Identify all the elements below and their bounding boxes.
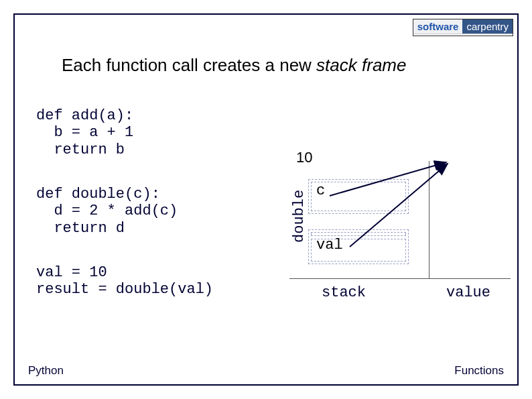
slide-title: Each function call creates a new stack f… <box>62 55 406 76</box>
code-block-main: val = 10 result = double(val) <box>36 264 213 298</box>
logo-left: software <box>413 19 463 34</box>
title-text: Each function call creates a new <box>62 55 316 75</box>
logo-right: carpentry <box>462 19 513 34</box>
title-emph: stack frame <box>316 55 406 75</box>
logo-top: software carpentry <box>413 19 513 34</box>
stack-diagram: c val 10 stack value <box>296 149 517 317</box>
logo-sub <box>413 34 513 36</box>
code-block-double: def double(c): d = 2 * add(c) return d <box>36 186 178 237</box>
svg-line-3 <box>350 164 448 247</box>
footer-right: Functions <box>454 364 504 378</box>
slide-frame: software carpentry Each function call cr… <box>13 13 519 386</box>
footer-left: Python <box>28 364 64 378</box>
code-block-add: def add(a): b = a + 1 return b <box>36 107 133 158</box>
axis-label-stack: stack <box>322 284 366 301</box>
axis-label-value: value <box>446 284 490 301</box>
logo: software carpentry <box>413 19 513 36</box>
